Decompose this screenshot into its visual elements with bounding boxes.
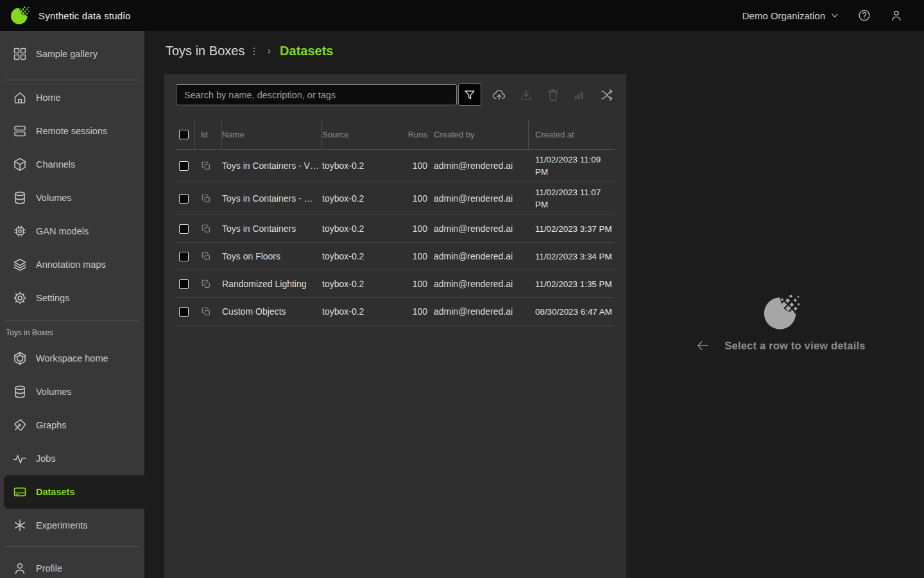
sidebar-item-volumes[interactable]: Volumes [0,375,144,408]
copy-id-icon[interactable] [201,306,212,317]
sidebar-item-label: Annotation maps [36,259,106,270]
sidebar-item-workspace-home[interactable]: Workspace home [0,342,144,375]
download-button[interactable] [518,87,534,103]
brand-logo-watermark-icon [760,292,800,332]
column-header-name[interactable]: Name [222,120,322,149]
breadcrumb-workspace[interactable]: Toys in Boxes [166,44,244,58]
help-button[interactable] [857,8,873,23]
table-row[interactable]: Custom Objects toybox-0.2 100 admin@rend… [176,298,615,326]
person-icon [12,561,28,576]
row-checkbox[interactable] [179,224,189,234]
row-checkbox[interactable] [179,194,189,204]
delete-button[interactable] [545,87,561,103]
table-row[interactable]: Toys in Containers - V… toybox-0.2 100 a… [176,150,615,182]
search-input[interactable] [176,84,457,105]
account-button[interactable] [889,8,905,23]
row-checkbox[interactable] [179,161,189,171]
compare-button[interactable] [599,87,615,103]
dataset-runs: 100 [406,193,427,204]
database-icon [12,190,28,206]
dataset-name: Toys in Containers [222,223,322,234]
breadcrumb-current[interactable]: Datasets [280,44,333,58]
upload-button[interactable] [492,87,507,103]
dataset-created-by: admin@rendered.ai [427,223,529,234]
sidebar-item-annotation-maps[interactable]: Annotation maps [0,248,144,281]
copy-id-icon[interactable] [201,223,212,234]
dataset-created-by: admin@rendered.ai [427,279,529,289]
sidebar-item-settings[interactable]: Settings [0,281,144,315]
sidebar-item-label: Sample gallery [36,49,98,59]
brand-logo-icon[interactable] [9,5,30,26]
sidebar-divider [5,80,139,80]
column-header-created-by[interactable]: Created by [427,120,529,149]
sidebar-item-label: Home [36,92,61,103]
help-icon [857,8,871,22]
sidebar-item-graphs[interactable]: Graphs [0,408,144,442]
sidebar-item-home[interactable]: Home [0,81,144,114]
select-all-checkbox[interactable] [179,130,189,139]
dataset-name: Toys on Floors [222,251,322,261]
sidebar-workspace-group: Workspace home Volumes Graphs Jobs Datas… [0,342,144,542]
chevron-down-icon [829,10,841,21]
dataset-created-at: 11/02/2023 11:07 PM [529,186,615,211]
sidebar-item-label: Remote sessions [36,126,107,136]
hexagon-icon [12,351,28,366]
table-row[interactable]: Randomized Lighting toybox-0.2 100 admin… [176,270,615,298]
sidebar-item-remote-sessions[interactable]: Remote sessions [0,114,144,148]
sidebar-item-channels[interactable]: Channels [0,148,144,181]
sidebar-item-volumes[interactable]: Volumes [0,181,144,215]
datasets-panel: Id Name Source Runs Created by Created a… [164,74,626,578]
drive-icon [12,484,28,500]
sidebar: Sample gallery Home Remote sessions Chan… [0,31,144,578]
dataset-created-at: 11/02/2023 3:34 PM [529,250,615,263]
dataset-runs: 100 [406,223,427,234]
sidebar-item-label: Volumes [36,387,72,397]
kebab-menu-icon[interactable] [249,46,259,57]
row-checkbox[interactable] [179,279,189,289]
sidebar-item-label: Datasets [36,487,74,497]
sidebar-item-label: Profile [36,563,62,574]
sidebar-item-sample-gallery[interactable]: Sample gallery [0,37,144,71]
sidebar-item-label: Channels [36,159,75,170]
sidebar-divider [5,546,139,547]
copy-id-icon[interactable] [201,193,212,204]
asterisk-icon [12,518,28,533]
filter-button[interactable] [458,83,481,106]
organization-name: Demo Organization [742,10,825,21]
sidebar-item-jobs[interactable]: Jobs [0,442,144,475]
row-checkbox[interactable] [179,252,189,261]
column-header-created-at[interactable]: Created at [529,128,615,141]
dataset-name: Toys in Containers - V… [222,161,322,171]
sidebar-item-datasets[interactable]: Datasets [4,475,144,509]
column-header-id[interactable]: Id [195,120,222,149]
table-row[interactable]: Toys in Containers toybox-0.2 100 admin@… [176,215,615,243]
top-bar: Synthetic data studio Demo Organization [0,0,924,31]
copy-id-icon[interactable] [201,251,212,262]
table-row[interactable]: Toys on Floors toybox-0.2 100 admin@rend… [176,243,615,270]
copy-id-icon[interactable] [201,161,212,171]
organization-selector[interactable]: Demo Organization [742,10,841,21]
copy-id-icon[interactable] [201,279,212,290]
dataset-source: toybox-0.2 [322,306,406,317]
sidebar-main-group: Home Remote sessions Channels Volumes GA… [0,81,144,315]
sidebar-item-gan-models[interactable]: GAN models [0,215,144,248]
workspace-section-label: Toys in Boxes [6,328,144,337]
chip-icon [12,223,28,239]
sidebar-item-experiments[interactable]: Experiments [0,509,144,542]
row-checkbox[interactable] [179,307,189,317]
sidebar-item-label: Graphs [36,420,67,430]
arrow-left-icon [695,338,710,353]
app-title: Synthetic data studio [38,10,130,21]
table-row[interactable]: Toys in Containers - … toybox-0.2 100 ad… [176,182,615,215]
server-icon [12,123,28,139]
analytics-button[interactable] [572,87,588,103]
column-header-runs[interactable]: Runs [406,130,427,139]
account-icon [889,8,903,22]
sidebar-item-label: Experiments [36,520,88,530]
dataset-name: Custom Objects [222,306,322,317]
dataset-runs: 100 [406,251,427,261]
shuffle-icon [599,87,615,103]
dataset-runs: 100 [406,306,427,317]
sidebar-item-profile[interactable]: Profile [0,552,144,578]
column-header-source[interactable]: Source [322,130,406,139]
